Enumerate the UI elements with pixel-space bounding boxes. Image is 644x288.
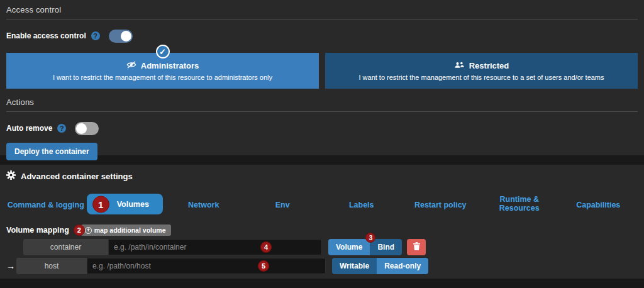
help-icon[interactable]: ? (57, 124, 66, 133)
ownership-option-restricted[interactable]: Restricted I want to restrict the manage… (325, 53, 638, 89)
ownership-option-title: Restricted (454, 61, 509, 71)
annotation-badge-4: 4 (260, 241, 272, 253)
bind-type-button[interactable]: 3 Bind (370, 239, 402, 255)
tab-runtime-resources[interactable]: Runtime & Resources (480, 195, 559, 213)
annotation-badge-1: 1 (92, 196, 109, 213)
ownership-option-description: I want to restrict the management of thi… (53, 74, 272, 81)
container-field-label: container (23, 239, 108, 255)
read-only-button[interactable]: Read-only (377, 258, 428, 274)
tab-volumes[interactable]: 1 Volumes (87, 194, 163, 214)
access-mode-button-group: Writable Read-only (332, 258, 428, 274)
ownership-option-title: Administrators (126, 60, 199, 71)
ownership-option-administrators[interactable]: ✓ Administrators I want to restrict the … (6, 53, 319, 89)
advanced-settings-panel: Advanced container settings Command & lo… (0, 165, 644, 279)
help-icon[interactable]: ? (91, 31, 100, 40)
settings-tabs: Command & logging 1 Volumes Network Env … (6, 194, 638, 214)
selected-check-icon: ✓ (156, 45, 170, 58)
tab-command-logging[interactable]: Command & logging (8, 201, 84, 209)
map-additional-volume-label: map additional volume (94, 226, 166, 234)
annotation-badge-2: 2 (74, 224, 85, 236)
volume-container-row: container 4 Volume 3 Bind (23, 239, 638, 255)
actions-section-title: Actions (6, 97, 638, 112)
host-field-label: host (16, 258, 87, 274)
arrow-right-icon: → (6, 258, 14, 274)
volume-mapping-title: Volume mapping (6, 226, 69, 235)
bind-type-label: Bind (377, 243, 394, 252)
users-icon (454, 61, 465, 71)
container-input-wrap: 4 (108, 239, 322, 255)
eye-slash-icon (126, 60, 136, 71)
access-control-section-title: Access control (6, 5, 638, 19)
toggle-knob (76, 123, 87, 134)
container-path-input[interactable] (108, 239, 322, 255)
tab-network[interactable]: Network (188, 201, 219, 209)
tab-labels[interactable]: Labels (349, 201, 374, 209)
enable-access-control-row: Enable access control ? (6, 29, 638, 43)
tab-env[interactable]: Env (275, 201, 290, 209)
host-path-input[interactable] (87, 258, 326, 274)
map-additional-volume-button[interactable]: + map additional volume (81, 224, 171, 236)
toggle-knob (121, 31, 131, 42)
auto-remove-label: Auto remove (6, 124, 52, 133)
volume-type-button-group: Volume 3 Bind (328, 239, 402, 255)
plus-icon: + (85, 227, 92, 234)
deploy-container-button[interactable]: Deploy the container (6, 143, 97, 160)
annotation-badge-3: 3 (365, 233, 375, 243)
gear-icon (6, 170, 16, 182)
enable-access-control-toggle[interactable] (109, 30, 133, 43)
tab-capabilities[interactable]: Capabilities (576, 201, 620, 209)
volume-host-row: → host 5 Writable Read-only (6, 258, 638, 274)
tab-volumes-label: Volumes (117, 200, 149, 209)
remove-volume-mapping-button[interactable] (407, 239, 426, 255)
ownership-boxselector: ✓ Administrators I want to restrict the … (6, 53, 638, 89)
writable-button[interactable]: Writable (332, 258, 377, 274)
tab-restart-policy[interactable]: Restart policy (414, 201, 467, 209)
volume-mapping-header: Volume mapping 2 + map additional volume (6, 224, 638, 236)
volume-type-button[interactable]: Volume (328, 239, 370, 255)
annotation-badge-5: 5 (258, 260, 269, 272)
trash-icon (413, 242, 420, 252)
container-form-panel: Access control Enable access control ? ✓… (0, 0, 644, 155)
advanced-settings-header: Advanced container settings (6, 171, 638, 181)
auto-remove-toggle[interactable] (75, 122, 99, 135)
enable-access-control-label: Enable access control (6, 31, 86, 40)
ownership-option-description: I want to restrict the management of thi… (358, 74, 604, 81)
host-input-wrap: 5 (87, 258, 326, 274)
auto-remove-row: Auto remove ? (6, 121, 638, 135)
advanced-settings-title: Advanced container settings (21, 172, 133, 181)
